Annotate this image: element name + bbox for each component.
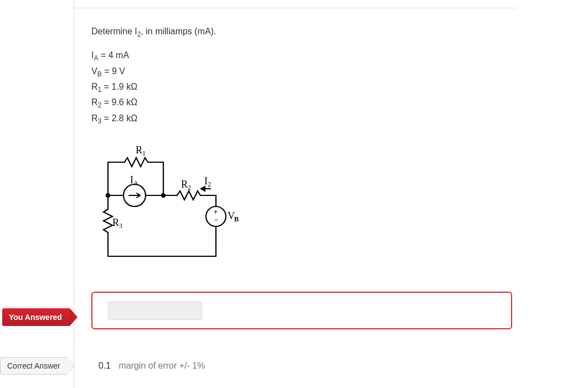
label-r3: R (112, 217, 119, 228)
answer-input[interactable] (108, 301, 202, 320)
given-vb: VB = 9 V (91, 64, 512, 80)
svg-text:2: 2 (208, 180, 211, 188)
correct-answer-text: 0.1 margin of error +/- 1% (99, 361, 205, 371)
question-prompt: Determine I2, in milliamps (mA). (91, 27, 512, 38)
top-divider (74, 8, 517, 8)
svg-text:1: 1 (142, 149, 146, 157)
left-divider (74, 0, 74, 388)
question-content: Determine I2, in milliamps (mA). IA = 4 … (91, 27, 512, 329)
given-ia: IA = 4 mA (91, 48, 512, 64)
correct-value: 0.1 (99, 361, 111, 370)
svg-text:−: − (214, 216, 218, 224)
label-r2: R (181, 179, 188, 190)
given-r2: R2 = 9.6 kΩ (91, 95, 512, 111)
circuit-diagram: R 1 I A R 2 I 2 R 3 V B + − (97, 140, 512, 270)
svg-text:A: A (133, 179, 138, 187)
label-r1: R (136, 144, 142, 156)
correct-answer-row: Correct Answer 0.1 margin of error +/- 1… (0, 357, 205, 375)
svg-text:+: + (214, 208, 218, 216)
given-values: IA = 4 mA VB = 9 V R1 = 1.9 kΩ R2 = 9.6 … (91, 48, 512, 127)
svg-text:B: B (234, 215, 239, 223)
given-r1: R1 = 1.9 kΩ (91, 80, 512, 95)
you-answered-badge: You Answered (2, 308, 70, 326)
margin-of-error: margin of error +/- 1% (118, 361, 205, 370)
svg-text:3: 3 (119, 222, 122, 230)
correct-answer-badge: Correct Answer (0, 357, 68, 375)
answer-box (91, 292, 512, 329)
svg-text:2: 2 (188, 184, 191, 192)
given-r3: R3 = 2.8 kΩ (91, 111, 512, 127)
